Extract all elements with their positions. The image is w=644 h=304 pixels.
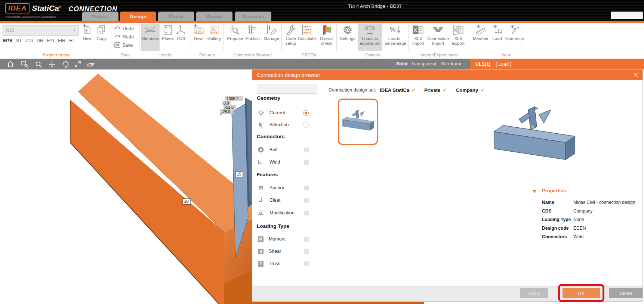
- tab-report[interactable]: Report: [196, 12, 232, 21]
- view-mode-wireframe[interactable]: Wireframe: [441, 61, 463, 66]
- analysis-type-eps[interactable]: EPS: [3, 38, 12, 43]
- check-icon[interactable]: ✓: [443, 87, 447, 93]
- titlebar-search-input[interactable]: [611, 12, 643, 19]
- project-item-dropdown[interactable]: N16 ▾: [3, 25, 78, 35]
- loads-in-equilibrium-toggle[interactable]: Loads in equilibrium: [358, 24, 382, 51]
- calculate-button[interactable]: Calculate: [297, 24, 317, 51]
- viewport-toolbar: Solid Transparent Wireframe ULS(1) [ Loa…: [0, 59, 644, 69]
- bolt-icon: [258, 146, 264, 153]
- tab-materials[interactable]: Materials: [235, 12, 271, 21]
- xls-export-button[interactable]: X XLS Export: [450, 24, 467, 51]
- new-project-item-button[interactable]: New: [80, 24, 95, 51]
- zoom-window-icon[interactable]: [21, 60, 29, 68]
- radio-current[interactable]: [303, 110, 309, 116]
- analysis-type-cd[interactable]: CD: [26, 38, 33, 43]
- publish-button[interactable]: Publish: [244, 24, 261, 51]
- ribbon-divider: [224, 24, 224, 51]
- filter-anchor[interactable]: Anchor: [257, 184, 313, 192]
- filter-moment[interactable]: M Moment: [257, 235, 313, 243]
- filter-weld[interactable]: Weld: [257, 158, 313, 166]
- filter-modification[interactable]: Modification: [257, 209, 313, 217]
- checkbox-weld[interactable]: [304, 160, 309, 165]
- ribbon-divider: [336, 24, 337, 51]
- filter-geometry-current[interactable]: Current: [257, 109, 313, 117]
- close-icon[interactable]: [633, 72, 639, 78]
- design-set-company[interactable]: Company: [456, 87, 478, 93]
- picture-new-button[interactable]: New: [190, 24, 207, 51]
- checkbox-shear[interactable]: [304, 249, 309, 254]
- overall-check-button[interactable]: Overall check: [317, 24, 336, 51]
- labels-lcs-toggle[interactable]: LCS: [174, 24, 188, 51]
- prop-label-connectors: Connectors: [542, 234, 567, 239]
- filter-geometry-selection[interactable]: Selection: [257, 121, 313, 129]
- analysis-type-dr[interactable]: DR: [37, 38, 43, 43]
- check-icon[interactable]: ✓: [412, 87, 416, 93]
- undo-button[interactable]: Undo: [114, 25, 134, 32]
- pan-icon[interactable]: [48, 60, 56, 68]
- tab-check[interactable]: Check: [158, 12, 194, 21]
- manage-button[interactable]: Manage: [263, 24, 280, 51]
- new-operation-button[interactable]: Operation: [505, 24, 525, 51]
- ribbon-divider: [281, 24, 282, 51]
- connection-design-result-card[interactable]: [338, 99, 378, 145]
- tab-project[interactable]: Project: [82, 12, 118, 21]
- filter-bolt[interactable]: Bolt: [257, 146, 313, 154]
- publish-icon: [246, 24, 259, 35]
- ok-highlight-annotation: [558, 284, 604, 302]
- checkbox-moment[interactable]: [304, 237, 309, 242]
- logo-idea: IDEA: [5, 3, 30, 13]
- settings-button[interactable]: Settings: [338, 24, 357, 51]
- dialog-header[interactable]: Connection design browser: [252, 70, 643, 80]
- copy-project-item-button[interactable]: Copy: [94, 24, 109, 51]
- design-set-private[interactable]: Private: [424, 87, 440, 93]
- collapse-triangle-icon[interactable]: [533, 190, 536, 193]
- apply-button[interactable]: Apply: [520, 288, 548, 298]
- rotate-icon[interactable]: [61, 60, 70, 68]
- checkbox-modification[interactable]: [304, 211, 309, 215]
- check-icon[interactable]: ✓: [480, 87, 485, 93]
- xls-export-icon: X: [452, 24, 464, 35]
- prop-label-name: Name: [542, 200, 554, 205]
- analysis-type-ht[interactable]: HT: [69, 38, 76, 43]
- gear-icon: [342, 24, 353, 35]
- close-button[interactable]: Close: [609, 288, 643, 298]
- group-label-pictures: Pictures: [199, 53, 215, 57]
- picture-gallery-button[interactable]: Gallery: [206, 24, 222, 51]
- save-button[interactable]: Save: [114, 42, 133, 49]
- analysis-type-st[interactable]: ST: [16, 38, 22, 43]
- xls-import-button[interactable]: X XLS Import: [410, 24, 426, 51]
- view-mode-solid[interactable]: Solid: [396, 61, 408, 66]
- analysis-type-fir[interactable]: FIR: [58, 38, 65, 43]
- checkbox-cleat[interactable]: [304, 198, 309, 203]
- dialog-search-input[interactable]: [257, 86, 320, 91]
- filter-cleat[interactable]: Cleat: [257, 196, 313, 204]
- filter-truss[interactable]: T Truss: [257, 260, 313, 268]
- checkbox-truss[interactable]: [304, 261, 309, 266]
- load-case-bar[interactable]: ULS(1) [ Load ]: [470, 59, 644, 69]
- home-view-icon[interactable]: [6, 60, 15, 68]
- connection-import-button[interactable]: Connection Import: [426, 24, 450, 51]
- loads-percentage-button[interactable]: % Loads - percentage: [383, 24, 407, 51]
- filter-shear[interactable]: S Shear: [257, 247, 313, 255]
- radio-selection[interactable]: [303, 122, 309, 128]
- view-mode-transparent[interactable]: Transparent: [411, 61, 436, 66]
- analysis-type-fat[interactable]: FAT: [47, 38, 55, 43]
- design-set-idea-statica[interactable]: IDEA StatiCa: [380, 87, 409, 93]
- manage-icon: [265, 24, 278, 35]
- selection-cursor-icon: [258, 121, 264, 128]
- tab-design[interactable]: Design: [120, 12, 156, 21]
- checkbox-bolt[interactable]: [304, 148, 309, 152]
- group-label-cbfem: CBFEM: [302, 53, 317, 57]
- new-member-button[interactable]: Member: [472, 24, 490, 51]
- dialog-search-box[interactable]: [257, 84, 317, 94]
- zoom-icon[interactable]: [34, 60, 43, 68]
- new-load-button[interactable]: Load: [490, 24, 504, 51]
- checkbox-anchor[interactable]: [304, 186, 309, 190]
- propose-button[interactable]: Propose: [226, 24, 244, 51]
- zoom-extents-icon[interactable]: [74, 60, 82, 68]
- labels-members-toggle[interactable]: Members: [141, 24, 160, 51]
- labels-plates-toggle[interactable]: Plates: [160, 24, 175, 51]
- propose-icon: [229, 24, 241, 35]
- redo-button[interactable]: Redo: [114, 34, 134, 40]
- display-style-icon[interactable]: [86, 60, 95, 68]
